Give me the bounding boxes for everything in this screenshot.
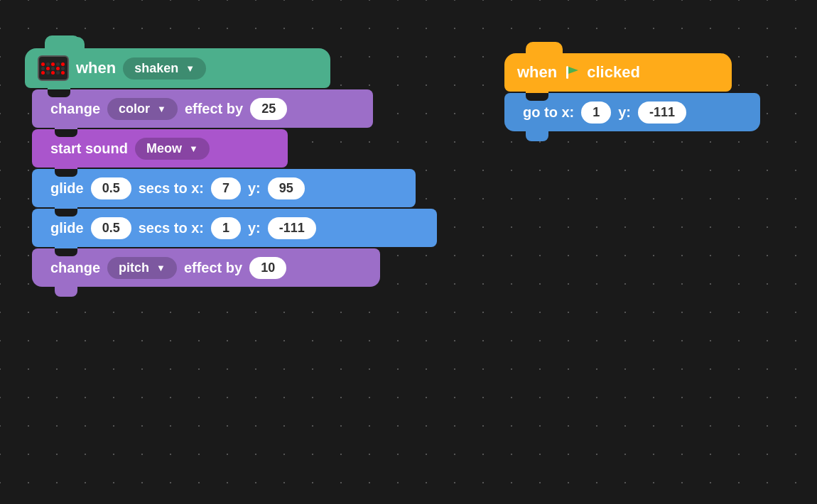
goto-y-value[interactable]: -111 — [638, 102, 686, 124]
secs-value-2[interactable]: 0.5 — [91, 217, 131, 239]
effect-by-label-2: effect by — [184, 260, 242, 276]
value-10[interactable]: 10 — [249, 257, 286, 279]
right-block-stack: when clicked go to x: 1 y: — [504, 53, 760, 131]
change-label: change — [50, 101, 100, 117]
change-color-effect-block[interactable]: change color effect by 25 — [32, 89, 373, 128]
goto-label: go to x: — [523, 104, 574, 121]
change-label-2: change — [50, 260, 100, 276]
y-value-1[interactable]: 95 — [268, 177, 305, 199]
flag-icon — [564, 65, 580, 80]
glide-block-1[interactable]: glide 0.5 secs to x: 7 y: 95 — [32, 169, 416, 207]
effect-by-label: effect by — [185, 101, 243, 117]
shaken-dropdown[interactable]: shaken — [123, 57, 206, 80]
secs-value-1[interactable]: 0.5 — [91, 177, 131, 199]
when-label: when — [76, 59, 116, 77]
glide-label-1: glide — [50, 180, 84, 197]
meow-dropdown[interactable]: Meow — [135, 138, 210, 160]
when-shaken-hat-block[interactable]: when shaken — [25, 48, 330, 88]
goto-y-label: y: — [618, 104, 631, 121]
glide-block-2[interactable]: glide 0.5 secs to x: 1 y: -111 — [32, 209, 437, 247]
color-dropdown[interactable]: color — [107, 98, 178, 120]
microbit-icon — [38, 55, 69, 81]
x-value-1[interactable]: 7 — [211, 177, 241, 199]
left-block-stack: when shaken change color effect by 25 — [25, 48, 437, 287]
when-label-right: when — [517, 63, 557, 82]
change-pitch-effect-block[interactable]: change pitch effect by 10 — [32, 248, 380, 287]
pitch-dropdown[interactable]: pitch — [107, 257, 177, 279]
x-value-2[interactable]: 1 — [211, 217, 241, 239]
when-flag-clicked-hat-block[interactable]: when clicked — [504, 53, 732, 92]
svg-rect-0 — [566, 66, 568, 79]
goto-x-value[interactable]: 1 — [581, 102, 611, 124]
start-sound-label: start sound — [50, 141, 128, 157]
secs-to-x-label-1: secs to x: — [139, 180, 204, 197]
value-25[interactable]: 25 — [250, 98, 287, 120]
y-value-2[interactable]: -111 — [268, 217, 316, 239]
glide-label-2: glide — [50, 220, 84, 236]
clicked-label: clicked — [587, 63, 640, 82]
y-label-2: y: — [248, 220, 261, 236]
secs-to-x-label-2: secs to x: — [139, 220, 204, 236]
y-label-1: y: — [248, 180, 261, 197]
